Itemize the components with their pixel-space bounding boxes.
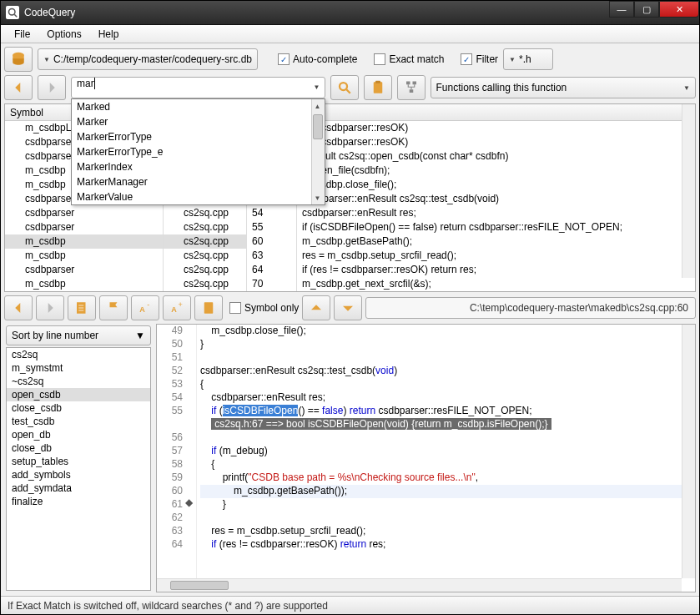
result-cell[interactable]: cs2sq.cpp — [164, 277, 246, 291]
autocomplete-option[interactable]: MarkerIndex — [72, 159, 325, 174]
flag-button[interactable] — [99, 295, 128, 320]
font-dec-button[interactable]: A- — [131, 295, 159, 320]
result-cell[interactable]: csdbparser::enResult res; — [297, 206, 695, 220]
result-cell[interactable]: 80 — [247, 291, 296, 292]
editor-hscrollbar[interactable] — [157, 578, 682, 592]
code-line[interactable]: { — [200, 378, 682, 391]
autocomplete-option[interactable]: MarkerValue — [72, 189, 325, 204]
copy-code-button[interactable] — [194, 295, 223, 320]
result-cell[interactable]: 55 — [247, 220, 296, 234]
result-cell[interactable]: res = m_csdbp.setup_srcfil_read(); — [297, 249, 695, 263]
result-cell[interactable]: m_csdbp — [5, 234, 163, 249]
menu-help[interactable]: Help — [90, 27, 128, 42]
code-line[interactable]: res = m_csdbp.setup_srcfil_read(); — [200, 525, 682, 538]
symbol-list-item[interactable]: close_csdb — [7, 401, 150, 415]
autocomplete-option[interactable]: Marked — [72, 99, 325, 114]
symbol-list-item[interactable]: open_csdb — [7, 388, 150, 401]
autocomplete-option[interactable]: Marker — [72, 114, 325, 129]
next-match-button[interactable] — [334, 295, 362, 320]
editor-vscrollbar[interactable] — [682, 325, 695, 578]
result-cell[interactable]: 63 — [247, 249, 296, 263]
symbol-list-item[interactable]: finalize — [7, 495, 150, 508]
result-cell[interactable]: 54 — [247, 206, 296, 220]
nav-forward-button[interactable] — [38, 75, 66, 100]
result-cell[interactable]: csdbparser — [5, 263, 163, 277]
result-cell[interactable]: cs2sq.cpp — [164, 234, 246, 249]
result-cell[interactable]: m_csdbp — [5, 277, 163, 291]
maximize-button[interactable]: ▢ — [634, 1, 659, 18]
prev-match-button[interactable] — [302, 295, 330, 320]
result-cell[interactable]: if (isCSDBFileOpen() == false) return cs… — [297, 220, 695, 234]
code-line[interactable]: csdbparser::enResult res; — [200, 391, 682, 405]
code-line[interactable] — [200, 512, 682, 525]
result-cell[interactable]: csdbparser — [5, 206, 163, 220]
code-line[interactable]: } — [200, 338, 682, 351]
code-line[interactable] — [200, 351, 682, 365]
code-line[interactable]: if (isCSDBFileOpen() == false) return cs… — [200, 405, 682, 418]
code-line[interactable]: if (res != csdbparser::resOK) return res… — [200, 538, 682, 552]
filter-value-dropdown[interactable]: ▼*.h — [503, 48, 553, 70]
symbol-list-item[interactable]: add_symbols — [7, 468, 150, 481]
code-line[interactable]: cs2sq.h:67 ==> bool isCSDBFileOpen(void)… — [200, 418, 682, 431]
result-cell[interactable]: csdbparser::enResult cs2sq::test_csdb(vo… — [297, 192, 695, 206]
font-inc-button[interactable]: A+ — [163, 295, 191, 320]
search-input[interactable]: mar ▼ — [71, 77, 325, 98]
symbol-list-item[interactable]: cs2sq — [7, 348, 150, 361]
autocomplete-scrollbar[interactable]: ▲ ▼ — [311, 99, 325, 204]
result-cell[interactable]: cs2sq.cpp — [164, 291, 246, 292]
code-nav-back-button[interactable] — [4, 295, 33, 320]
code-line[interactable]: if (m_debug) — [200, 445, 682, 458]
symbol-list-item[interactable]: test_csdb — [7, 415, 150, 428]
paste-button[interactable] — [364, 75, 392, 100]
menu-file[interactable]: File — [6, 27, 38, 42]
autocomplete-option[interactable]: MarkerErrorType — [72, 129, 325, 144]
nav-back-button[interactable] — [4, 75, 33, 100]
result-cell[interactable]: 70 — [247, 277, 296, 291]
code-line[interactable]: } — [200, 498, 682, 512]
result-cell[interactable]: m_csdbp.close_file(); — [297, 178, 695, 192]
autocomplete-checkbox[interactable]: ✓Auto-complete — [278, 53, 357, 65]
autocomplete-option[interactable]: MarkerManager — [72, 174, 325, 189]
result-cell[interactable]: m_csdbp — [5, 249, 163, 263]
autocomplete-option[interactable]: MarkerErrorType_e — [72, 144, 325, 159]
database-icon-button[interactable] — [4, 47, 33, 72]
result-cell[interactable]: cs2sq.cpp — [164, 220, 246, 234]
code-line[interactable]: csdbparser::enResult cs2sq::test_csdb(vo… — [200, 365, 682, 378]
minimize-button[interactable]: — — [609, 1, 634, 18]
symbol-list-item[interactable]: setup_tables — [7, 455, 150, 468]
menu-options[interactable]: Options — [38, 27, 89, 42]
exactmatch-checkbox[interactable]: Exact match — [374, 53, 444, 65]
symbol-list-item[interactable]: add_symdata — [7, 481, 150, 495]
code-line[interactable]: { — [200, 458, 682, 471]
column-header-text[interactable] — [297, 104, 695, 121]
sort-dropdown[interactable]: Sort by line number▼ — [6, 325, 151, 345]
database-path-dropdown[interactable]: ▼ C:/temp/codequery-master/codequery-src… — [38, 48, 258, 70]
result-cell[interactable]: cs2sq.cpp — [164, 206, 246, 220]
code-line[interactable]: m_csdbp.close_file(); — [200, 325, 682, 338]
graph-button[interactable] — [397, 75, 426, 100]
close-button[interactable]: ✕ — [659, 1, 699, 18]
result-cell[interactable]: 60 — [247, 234, 296, 249]
result-cell[interactable]: p.open_file(csdbfn); — [297, 164, 695, 178]
code-line[interactable]: m_csdbp.getBasePath());◆ — [200, 485, 682, 498]
open-file-button[interactable] — [68, 295, 96, 320]
search-button[interactable] — [330, 75, 359, 100]
autocomplete-popup[interactable]: MarkedMarkerMarkerErrorTypeMarkerErrorTy… — [71, 98, 325, 205]
code-editor[interactable]: 49505152535455565758596061626364 m_csdbp… — [156, 324, 696, 592]
code-line[interactable]: printf("CSDB base path = %s\nChecking so… — [200, 471, 682, 485]
result-cell[interactable]: cs2sq.cpp — [164, 249, 246, 263]
symbol-list-item[interactable]: ~cs2sq — [7, 375, 150, 388]
results-vscrollbar[interactable] — [682, 104, 695, 278]
symbol-list-item[interactable]: m_symstmt — [7, 361, 150, 375]
code-line[interactable] — [200, 431, 682, 445]
result-cell[interactable]: m_csdbp.get_next_srcfil(&s); — [297, 277, 695, 291]
symbol-list-item[interactable]: close_db — [7, 441, 150, 455]
symbol-list-item[interactable]: open_db — [7, 428, 150, 441]
code-nav-forward-button[interactable] — [36, 295, 64, 320]
result-cell[interactable]: tErr(csdbparser::resOK) — [297, 135, 695, 149]
result-cell[interactable]: m_csdbp.getBasePath(); — [297, 234, 695, 249]
titlebar[interactable]: CodeQuery — ▢ ✕ — [1, 1, 699, 25]
result-cell[interactable]: cs2sq.cpp — [164, 263, 246, 277]
symbol-only-checkbox[interactable]: Symbol only — [229, 302, 299, 314]
result-cell[interactable]: 64 — [247, 263, 296, 277]
